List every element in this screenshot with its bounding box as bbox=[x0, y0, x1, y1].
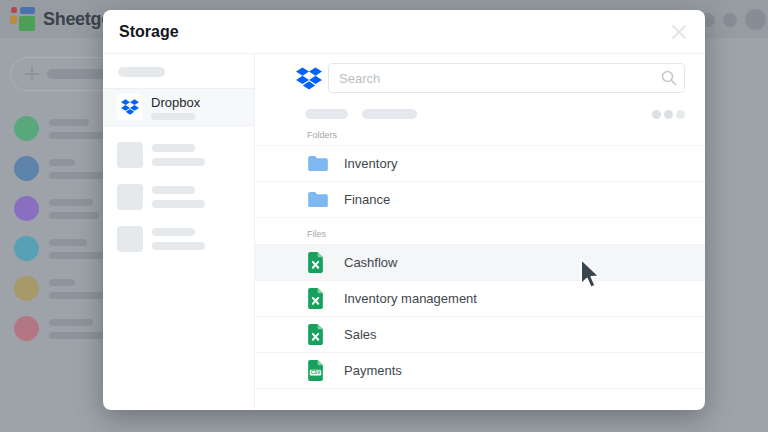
list-item bbox=[14, 276, 109, 301]
item-label: Sales bbox=[344, 327, 377, 342]
background-workflow-list bbox=[14, 116, 109, 341]
sidebar-item-skeleton bbox=[117, 142, 254, 168]
header-avatar-skeletons bbox=[701, 9, 766, 30]
list-item bbox=[14, 236, 109, 261]
sidebar-item-dropbox[interactable]: Dropbox bbox=[103, 88, 254, 126]
search-icon bbox=[661, 70, 677, 86]
close-icon[interactable] bbox=[671, 24, 687, 40]
list-item bbox=[14, 316, 109, 341]
list-item bbox=[14, 196, 109, 221]
section-label-folders: Folders bbox=[255, 119, 705, 146]
file-browser-panel: Folders Inventory Finance Files bbox=[255, 54, 705, 409]
sidebar-item-skeleton bbox=[117, 226, 254, 252]
avatar bbox=[14, 116, 39, 141]
file-row-sales[interactable]: Sales bbox=[255, 317, 705, 353]
item-label: Payments bbox=[344, 363, 402, 378]
avatar bbox=[14, 236, 39, 261]
folder-row-finance[interactable]: Finance bbox=[255, 182, 705, 218]
breadcrumb-skeleton bbox=[305, 109, 685, 119]
item-label: Finance bbox=[344, 192, 390, 207]
skeleton-bar bbox=[362, 109, 417, 119]
file-row-inventory-management[interactable]: Inventory management bbox=[255, 281, 705, 317]
search-input[interactable] bbox=[328, 63, 685, 93]
avatar bbox=[14, 196, 39, 221]
sheetgo-brand: Sheetgo bbox=[10, 6, 112, 32]
mouse-cursor bbox=[577, 258, 601, 292]
item-label: Cashflow bbox=[344, 255, 397, 270]
avatar bbox=[14, 156, 39, 181]
item-label: Inventory bbox=[344, 156, 397, 171]
plus-icon bbox=[25, 67, 39, 81]
section-label-files: Files bbox=[255, 218, 705, 245]
dropbox-icon bbox=[117, 94, 143, 120]
storage-sidebar: Dropbox bbox=[103, 54, 255, 409]
list-item bbox=[14, 156, 109, 181]
sheetgo-logo-icon bbox=[10, 6, 36, 32]
brand-name: Sheetgo bbox=[43, 9, 112, 30]
file-row-cashflow[interactable]: Cashflow bbox=[255, 245, 705, 281]
sidebar-item-skeleton bbox=[117, 184, 254, 210]
svg-text:CSV: CSV bbox=[311, 370, 321, 375]
spreadsheet-file-icon bbox=[307, 324, 329, 345]
skeleton-bar bbox=[47, 69, 107, 79]
modal-title: Storage bbox=[119, 23, 179, 41]
spreadsheet-file-icon bbox=[307, 288, 329, 309]
file-row-payments[interactable]: CSV Payments bbox=[255, 353, 705, 389]
spreadsheet-file-icon bbox=[307, 252, 329, 273]
skeleton-bar bbox=[118, 67, 165, 77]
avatar bbox=[14, 276, 39, 301]
folder-row-inventory[interactable]: Inventory bbox=[255, 146, 705, 182]
storage-modal: Storage Dropbox bbox=[103, 10, 705, 410]
csv-file-icon: CSV bbox=[307, 360, 329, 381]
avatar bbox=[14, 316, 39, 341]
folder-icon bbox=[307, 155, 329, 172]
modal-header: Storage bbox=[103, 10, 705, 54]
sidebar-item-label: Dropbox bbox=[151, 95, 200, 110]
list-item bbox=[14, 116, 109, 141]
folder-icon bbox=[307, 191, 329, 208]
header-dot bbox=[723, 13, 737, 27]
dropbox-logo-icon bbox=[296, 67, 322, 90]
skeleton-bar bbox=[305, 109, 348, 119]
item-label: Inventory management bbox=[344, 291, 477, 306]
skeleton-bar bbox=[151, 113, 195, 120]
header-dot bbox=[745, 9, 766, 30]
row-actions-skeleton bbox=[652, 110, 685, 119]
